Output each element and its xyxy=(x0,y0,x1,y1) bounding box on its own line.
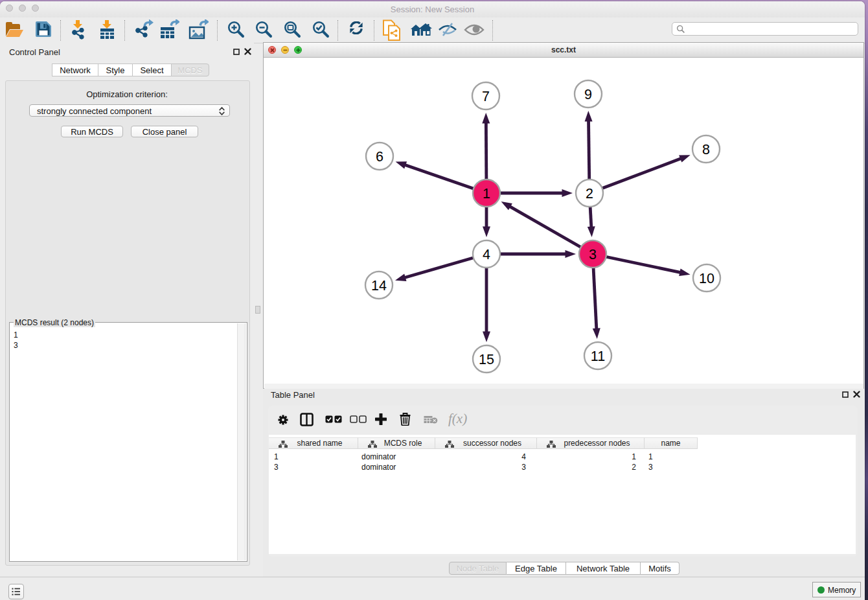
svg-text:4: 4 xyxy=(483,247,490,262)
svg-text:7: 7 xyxy=(482,89,490,104)
svg-text:9: 9 xyxy=(584,87,592,102)
svg-text:15: 15 xyxy=(479,352,494,367)
svg-text:1: 1 xyxy=(483,186,490,202)
svg-text:3: 3 xyxy=(589,247,597,262)
svg-text:2: 2 xyxy=(586,186,593,202)
svg-text:6: 6 xyxy=(376,149,383,165)
svg-text:10: 10 xyxy=(699,271,714,286)
svg-text:11: 11 xyxy=(591,349,605,364)
svg-text:8: 8 xyxy=(702,142,710,157)
svg-text:14: 14 xyxy=(371,278,387,294)
